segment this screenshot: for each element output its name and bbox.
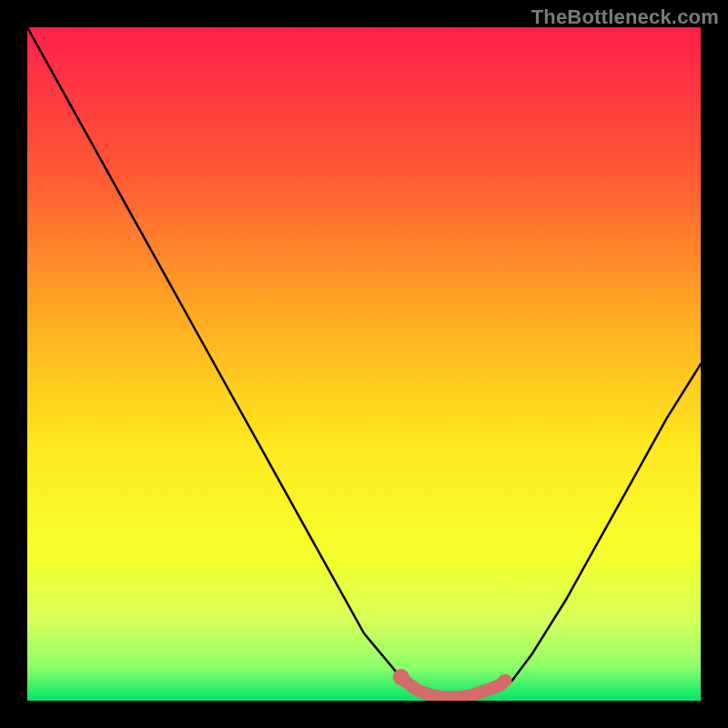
- bottleneck-curve-path: [27, 27, 701, 697]
- highlight-dot: [393, 669, 410, 685]
- highlight-arc-path: [404, 681, 505, 698]
- curve-layer: [27, 27, 701, 701]
- plot-area: [27, 27, 701, 701]
- watermark-text: TheBottleneck.com: [531, 5, 719, 29]
- chart-stage: TheBottleneck.com: [0, 0, 728, 728]
